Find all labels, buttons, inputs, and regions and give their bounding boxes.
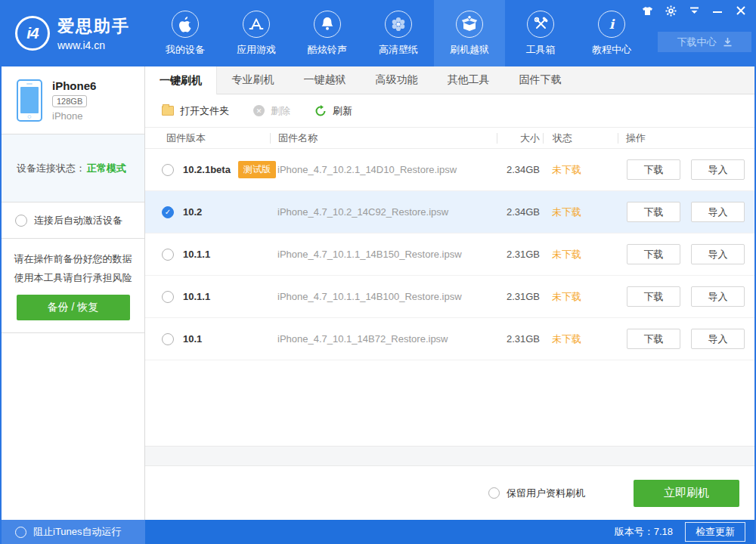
minimize-to-tray-icon[interactable] bbox=[688, 5, 700, 17]
keep-user-data-label: 保留用户资料刷机 bbox=[507, 487, 585, 500]
main-nav: 我的设备应用游戏酷炫铃声高清壁纸刷机越狱工具箱i教程中心 bbox=[150, 0, 647, 66]
divider-strip bbox=[145, 446, 754, 466]
folder-icon bbox=[162, 106, 174, 116]
device-model: iPhone bbox=[52, 110, 96, 122]
nav-label: 酷炫铃声 bbox=[308, 43, 347, 57]
firmware-status: 未下载 bbox=[543, 163, 618, 177]
tab-4[interactable]: 高级功能 bbox=[361, 66, 432, 94]
apple-icon bbox=[172, 11, 199, 38]
nav-item-4[interactable]: 高清壁纸 bbox=[363, 0, 434, 66]
app-title: 爱思助手 bbox=[57, 15, 130, 38]
check-update-button[interactable]: 检查更新 bbox=[685, 522, 745, 542]
download-button[interactable]: 下载 bbox=[627, 159, 680, 180]
import-button[interactable]: 导入 bbox=[691, 244, 745, 264]
nav-item-6[interactable]: 工具箱 bbox=[505, 0, 576, 66]
firmware-filename: iPhone_4.7_10.2.1_14D10_Restore.ipsw bbox=[270, 164, 497, 175]
list-empty-space bbox=[145, 360, 754, 446]
delete-button[interactable]: ✕ 删除 bbox=[253, 104, 290, 118]
nav-label: 应用游戏 bbox=[237, 43, 276, 57]
tab-3[interactable]: 一键越狱 bbox=[289, 66, 361, 94]
nav-item-2[interactable]: 应用游戏 bbox=[221, 0, 292, 66]
app-url: www.i4.cn bbox=[57, 39, 130, 51]
row-radio[interactable] bbox=[162, 333, 174, 345]
import-button[interactable]: 导入 bbox=[691, 159, 745, 180]
info-icon: i bbox=[598, 11, 625, 38]
keep-user-data-radio[interactable] bbox=[488, 487, 500, 499]
nav-label: 工具箱 bbox=[526, 43, 556, 57]
nav-item-3[interactable]: 酷炫铃声 bbox=[292, 0, 363, 66]
block-itunes-option[interactable]: 阻止iTunes自动运行 bbox=[2, 520, 145, 544]
sidebar-empty bbox=[2, 333, 144, 520]
firmware-row[interactable]: ✓10.2iPhone_4.7_10.2_14C92_Restore.ipsw2… bbox=[145, 191, 754, 233]
download-button[interactable]: 下载 bbox=[627, 329, 680, 349]
flash-now-button[interactable]: 立即刷机 bbox=[634, 480, 739, 507]
close-icon[interactable] bbox=[735, 5, 747, 17]
download-button[interactable]: 下载 bbox=[627, 202, 680, 222]
row-radio[interactable] bbox=[162, 249, 174, 261]
import-button[interactable]: 导入 bbox=[691, 202, 745, 222]
connection-status-label: 设备连接状态： bbox=[17, 162, 85, 175]
warning-line-2: 使用本工具请自行承担风险 bbox=[2, 268, 144, 287]
sidebar: iPhone6 128GB iPhone 设备连接状态： 正常模式 连接后自动激… bbox=[2, 66, 145, 520]
firmware-filename: iPhone_4.7_10.1_14B72_Restore.ipsw bbox=[270, 333, 497, 345]
firmware-row[interactable]: 10.1.1iPhone_4.7_10.1.1_14B150_Restore.i… bbox=[145, 233, 754, 276]
open-folder-button[interactable]: 打开文件夹 bbox=[162, 104, 229, 118]
firmware-version: 10.2.1beta bbox=[183, 164, 231, 175]
settings-gear-icon[interactable] bbox=[665, 5, 677, 17]
download-center-button[interactable]: 下载中心 bbox=[658, 32, 751, 52]
tab-2[interactable]: 专业刷机 bbox=[217, 66, 289, 94]
window-controls bbox=[641, 5, 747, 17]
delete-label: 删除 bbox=[271, 104, 290, 118]
nav-item-5[interactable]: 刷机越狱 bbox=[434, 0, 505, 66]
import-button[interactable]: 导入 bbox=[691, 329, 745, 349]
download-button[interactable]: 下载 bbox=[627, 244, 680, 264]
firmware-version: 10.1.1 bbox=[183, 291, 210, 302]
tab-6[interactable]: 固件下载 bbox=[504, 66, 576, 94]
main-panel: 一键刷机专业刷机一键越狱高级功能其他工具固件下载 打开文件夹 ✕ 删除 刷新 固… bbox=[145, 66, 754, 520]
tab-5[interactable]: 其他工具 bbox=[432, 66, 504, 94]
firmware-filename: iPhone_4.7_10.1.1_14B100_Restore.ipsw bbox=[270, 291, 497, 302]
skin-icon[interactable] bbox=[641, 5, 653, 17]
block-itunes-label: 阻止iTunes自动运行 bbox=[33, 525, 122, 539]
column-status: 状态 bbox=[543, 133, 618, 144]
nav-label: 高清壁纸 bbox=[379, 43, 418, 57]
backup-warning: 请在操作前备份好您的数据 使用本工具请自行承担风险 备份 / 恢复 bbox=[2, 239, 144, 333]
firmware-toolbar: 打开文件夹 ✕ 删除 刷新 bbox=[145, 94, 754, 128]
column-operation: 操作 bbox=[618, 133, 754, 144]
download-button[interactable]: 下载 bbox=[627, 286, 680, 307]
device-info: iPhone6 128GB iPhone bbox=[2, 66, 144, 134]
firmware-size: 2.31GB bbox=[497, 249, 543, 260]
minimize-icon[interactable] bbox=[711, 5, 723, 17]
backup-restore-button[interactable]: 备份 / 恢复 bbox=[17, 295, 130, 320]
flash-footer: 保留用户资料刷机 立即刷机 bbox=[145, 466, 754, 520]
row-radio[interactable] bbox=[162, 291, 174, 303]
block-itunes-radio[interactable] bbox=[15, 527, 26, 538]
firmware-size: 2.34GB bbox=[497, 164, 543, 175]
refresh-button[interactable]: 刷新 bbox=[314, 104, 352, 118]
nav-item-1[interactable]: 我的设备 bbox=[150, 0, 221, 66]
nav-label: 刷机越狱 bbox=[450, 43, 489, 57]
tools-icon bbox=[527, 11, 554, 38]
firmware-list: 10.2.1beta测试版iPhone_4.7_10.2.1_14D10_Res… bbox=[145, 149, 754, 360]
firmware-row[interactable]: 10.1.1iPhone_4.7_10.1.1_14B100_Restore.i… bbox=[145, 276, 754, 318]
delete-icon: ✕ bbox=[253, 105, 265, 116]
nav-item-7[interactable]: i教程中心 bbox=[576, 0, 647, 66]
column-size: 大小 bbox=[497, 133, 543, 144]
firmware-status: 未下载 bbox=[543, 206, 618, 219]
nav-label: 教程中心 bbox=[592, 43, 631, 57]
auto-activate-option[interactable]: 连接后自动激活设备 bbox=[2, 202, 144, 239]
auto-activate-radio[interactable] bbox=[15, 215, 27, 227]
connection-status-value: 正常模式 bbox=[87, 162, 126, 175]
row-radio[interactable] bbox=[162, 164, 174, 176]
version-text: 版本号：7.18 bbox=[615, 525, 673, 539]
header: i4 爱思助手 www.i4.cn 我的设备应用游戏酷炫铃声高清壁纸刷机越狱工具… bbox=[2, 0, 754, 66]
keep-user-data-option[interactable]: 保留用户资料刷机 bbox=[488, 487, 585, 500]
tab-1[interactable]: 一键刷机 bbox=[145, 66, 217, 94]
row-radio-checked[interactable]: ✓ bbox=[162, 206, 174, 218]
iphone-icon bbox=[17, 79, 42, 122]
firmware-row[interactable]: 10.2.1beta测试版iPhone_4.7_10.2.1_14D10_Res… bbox=[145, 149, 754, 191]
firmware-row[interactable]: 10.1iPhone_4.7_10.1_14B72_Restore.ipsw2.… bbox=[145, 318, 754, 360]
import-button[interactable]: 导入 bbox=[691, 286, 745, 307]
firmware-version: 10.2 bbox=[183, 206, 202, 218]
refresh-label: 刷新 bbox=[333, 104, 352, 118]
